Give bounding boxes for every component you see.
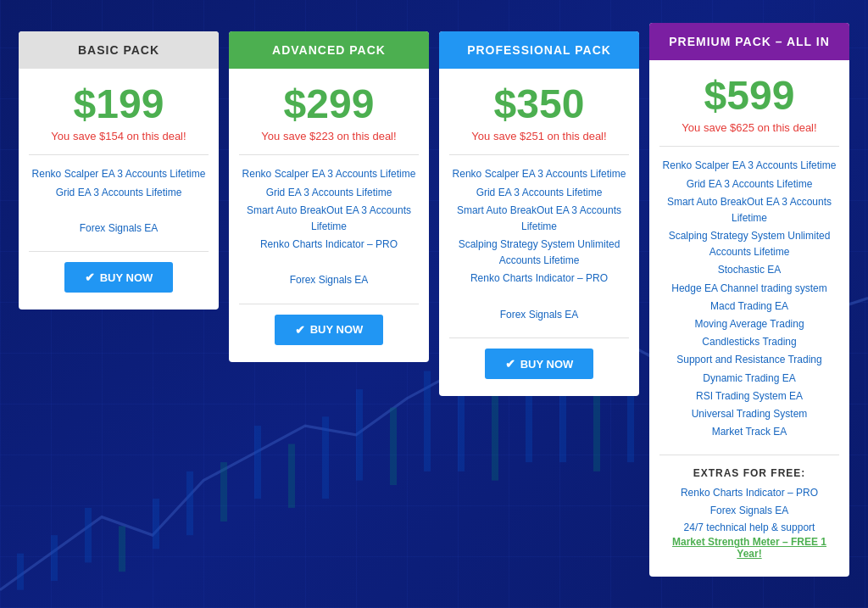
premium-pack-body: $599 You save $625 on this deal! Renko S… bbox=[649, 60, 849, 577]
basic-divider-1 bbox=[29, 154, 209, 155]
list-item: Macd Trading EA bbox=[659, 298, 839, 315]
advanced-pack-price: $299 bbox=[239, 82, 419, 127]
premium-divider-2 bbox=[659, 455, 839, 455]
extras-item-3: 24/7 technical help & support bbox=[659, 519, 839, 536]
list-item: Scalping Strategy System Unlimited Accou… bbox=[449, 236, 629, 270]
professional-divider-2 bbox=[449, 337, 629, 338]
basic-pack-card: BASIC PACK $199 You save $154 on this de… bbox=[19, 31, 219, 310]
basic-pack-header: BASIC PACK bbox=[19, 31, 219, 69]
list-item bbox=[239, 254, 419, 271]
list-item: Smart Auto BreakOut EA 3 Accounts Lifeti… bbox=[449, 202, 629, 236]
professional-buy-label: BUY NOW bbox=[520, 358, 574, 371]
list-item: Forex Signals EA bbox=[449, 306, 629, 324]
basic-pack-price: $199 bbox=[29, 82, 209, 127]
premium-pack-header: PREMIUM PACK – ALL IN bbox=[649, 23, 849, 60]
list-item: Dynamic Trading EA bbox=[659, 370, 839, 388]
list-item: Grid EA 3 Accounts Lifetime bbox=[239, 184, 419, 202]
checkmark-icon: ✔ bbox=[295, 323, 305, 337]
basic-buy-button[interactable]: ✔ BUY NOW bbox=[64, 262, 174, 293]
list-item: Grid EA 3 Accounts Lifetime bbox=[29, 184, 209, 202]
list-item: Forex Signals EA bbox=[239, 271, 419, 289]
list-item: Hedge EA Channel trading system bbox=[659, 280, 839, 298]
premium-divider-1 bbox=[659, 146, 839, 147]
list-item: Universal Trading System bbox=[659, 405, 839, 423]
professional-buy-button[interactable]: ✔ BUY NOW bbox=[485, 349, 594, 379]
extras-item-2: Forex Signals EA bbox=[659, 502, 839, 519]
advanced-divider-2 bbox=[239, 304, 419, 304]
list-item bbox=[29, 202, 209, 220]
professional-pack-price: $350 bbox=[449, 82, 629, 127]
list-item: Renko Scalper EA 3 Accounts Lifetime bbox=[449, 165, 629, 183]
basic-feature-list: Renko Scalper EA 3 Accounts Lifetime Gri… bbox=[29, 165, 209, 237]
advanced-pack-savings: You save $223 on this deal! bbox=[239, 130, 419, 142]
premium-pack-price: $599 bbox=[659, 74, 839, 119]
basic-pack-savings: You save $154 on this deal! bbox=[29, 130, 209, 142]
basic-buy-label: BUY NOW bbox=[100, 271, 153, 284]
extras-item-1: Renko Charts Indicator – PRO bbox=[659, 484, 839, 501]
list-item: Support and Resistance Trading bbox=[659, 351, 839, 369]
basic-pack-body: $199 You save $154 on this deal! Renko S… bbox=[19, 69, 219, 310]
advanced-pack-header: ADVANCED PACK bbox=[229, 31, 429, 69]
advanced-feature-list: Renko Scalper EA 3 Accounts Lifetime Gri… bbox=[239, 165, 419, 289]
list-item: Grid EA 3 Accounts Lifetime bbox=[659, 176, 839, 193]
list-item: Smart Auto BreakOut EA 3 Accounts Lifeti… bbox=[659, 193, 839, 227]
advanced-buy-button[interactable]: ✔ BUY NOW bbox=[275, 315, 384, 345]
advanced-pack-card: ADVANCED PACK $299 You save $223 on this… bbox=[229, 31, 429, 362]
list-item: Market Track EA bbox=[659, 423, 839, 441]
list-item: Grid EA 3 Accounts Lifetime bbox=[449, 184, 629, 202]
list-item: Stochastic EA bbox=[659, 261, 839, 279]
professional-pack-card: PROFESSIONAL PACK $350 You save $251 on … bbox=[439, 31, 639, 396]
list-item: RSI Trading System EA bbox=[659, 388, 839, 405]
premium-pack-card: PREMIUM PACK – ALL IN $599 You save $625… bbox=[649, 23, 849, 577]
extras-label: EXTRAS FOR FREE: bbox=[659, 467, 839, 479]
list-item: Scalping Strategy System Unlimited Accou… bbox=[659, 227, 839, 261]
list-item: Renko Scalper EA 3 Accounts Lifetime bbox=[659, 157, 839, 175]
pricing-container: BASIC PACK $199 You save $154 on this de… bbox=[19, 31, 849, 577]
professional-pack-header: PROFESSIONAL PACK bbox=[439, 31, 639, 69]
advanced-pack-body: $299 You save $223 on this deal! Renko S… bbox=[229, 69, 429, 362]
advanced-divider-1 bbox=[239, 154, 419, 155]
premium-feature-list: Renko Scalper EA 3 Accounts Lifetime Gri… bbox=[659, 157, 839, 441]
list-item: Candlesticks Trading bbox=[659, 333, 839, 351]
premium-pack-savings: You save $625 on this deal! bbox=[659, 121, 839, 134]
professional-pack-savings: You save $251 on this deal! bbox=[449, 130, 629, 142]
free-highlight: Market Strength Meter – FREE 1 Year! bbox=[659, 536, 839, 560]
list-item: Renko Charts Indicator – PRO bbox=[449, 270, 629, 287]
list-item: Renko Charts Indicator – PRO bbox=[239, 236, 419, 254]
list-item: Renko Scalper EA 3 Accounts Lifetime bbox=[29, 165, 209, 183]
list-item: Renko Scalper EA 3 Accounts Lifetime bbox=[239, 165, 419, 183]
checkmark-icon: ✔ bbox=[505, 357, 515, 371]
basic-divider-2 bbox=[29, 251, 209, 252]
professional-feature-list: Renko Scalper EA 3 Accounts Lifetime Gri… bbox=[449, 165, 629, 324]
list-item: Smart Auto BreakOut EA 3 Accounts Lifeti… bbox=[239, 202, 419, 236]
advanced-buy-label: BUY NOW bbox=[310, 323, 364, 336]
list-item: Moving Average Trading bbox=[659, 315, 839, 333]
professional-divider-1 bbox=[449, 154, 629, 155]
professional-pack-body: $350 You save $251 on this deal! Renko S… bbox=[439, 69, 639, 396]
list-item bbox=[449, 288, 629, 306]
list-item: Forex Signals EA bbox=[29, 220, 209, 237]
checkmark-icon: ✔ bbox=[85, 271, 95, 284]
